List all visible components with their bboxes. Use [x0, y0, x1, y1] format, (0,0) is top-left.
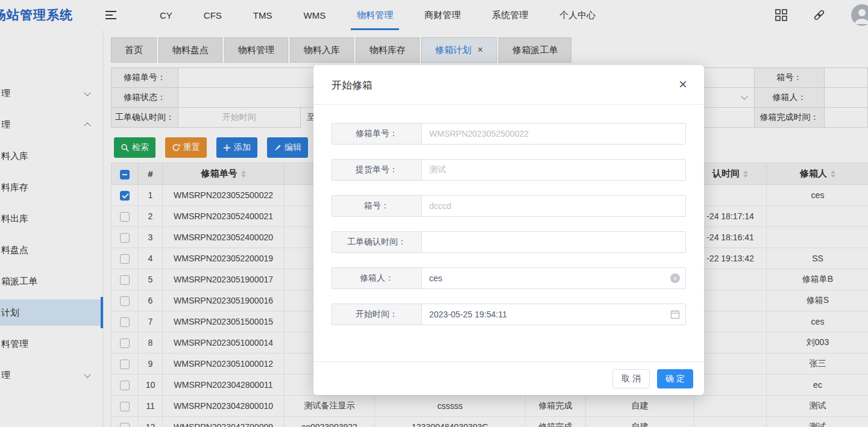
- repairer-input[interactable]: ces: [422, 267, 686, 289]
- close-icon[interactable]: ×: [679, 77, 687, 92]
- field-label: 箱号：: [332, 195, 422, 217]
- field-label: 工单确认时间：: [332, 231, 422, 253]
- confirm-button[interactable]: 确 定: [657, 369, 693, 388]
- field-confirm-time: 工单确认时间：: [332, 231, 686, 253]
- cancel-button[interactable]: 取 消: [612, 369, 650, 388]
- field-label: 提货单号：: [332, 159, 422, 181]
- confirm-time-input[interactable]: [422, 231, 686, 253]
- field-pickup-no: 提货单号： 测试: [332, 159, 686, 181]
- field-repair-order-no: 修箱单号： WMSRPN2023052500022: [332, 123, 686, 145]
- start-time-input[interactable]: 2023-05-25 19:54:11: [422, 304, 686, 325]
- field-label: 修箱单号：: [332, 123, 422, 145]
- field-start-time: 开始时间： 2023-05-25 19:54:11: [332, 304, 686, 325]
- start-repair-modal: 开始修箱 × 修箱单号： WMSRPN2023052500022 提货单号： 测…: [313, 65, 704, 395]
- field-box-no: 箱号： dcccd: [332, 195, 686, 217]
- modal-title: 开始修箱: [332, 79, 373, 91]
- app-window: 场站管理系统 CY CFS TMS WMS 物料管理 商财管理 系统管理 个人中…: [0, 0, 868, 427]
- calendar-icon[interactable]: [670, 310, 680, 322]
- modal-header: 开始修箱 ×: [313, 65, 704, 105]
- pickup-no-input: 测试: [422, 159, 686, 181]
- modal-footer: 取 消 确 定: [313, 361, 704, 395]
- clear-input-icon[interactable]: ×: [670, 273, 680, 283]
- box-no-input: dcccd: [422, 195, 686, 217]
- field-label: 开始时间：: [332, 304, 422, 325]
- modal-body: 修箱单号： WMSRPN2023052500022 提货单号： 测试 箱号： d…: [313, 105, 704, 325]
- repair-order-no-input: WMSRPN2023052500022: [422, 123, 686, 145]
- field-repairer: 修箱人： ces ×: [332, 267, 686, 289]
- field-label: 修箱人：: [332, 267, 422, 289]
